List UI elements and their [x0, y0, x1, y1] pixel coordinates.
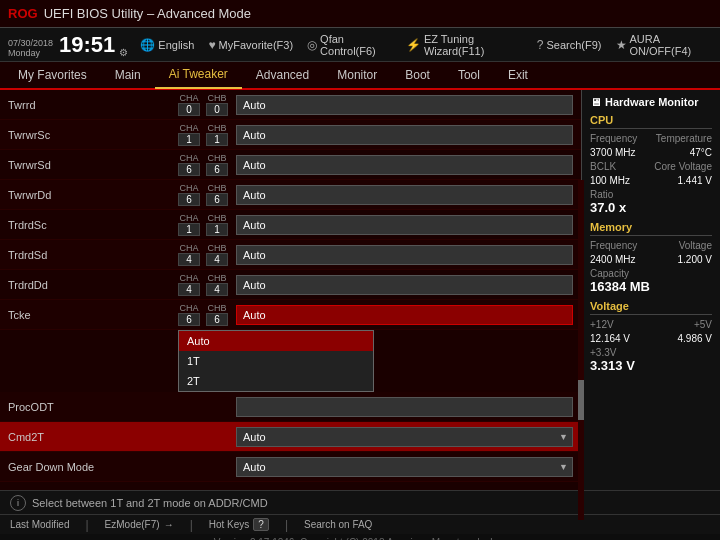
hw-bclk-row: BCLK Core Voltage: [590, 161, 712, 172]
row-value[interactable]: Auto: [236, 185, 573, 205]
row-channels: CHA4 CHB4: [178, 273, 228, 296]
row-label: TrdrdSd: [8, 249, 178, 261]
hw-v12-row: +12V +5V: [590, 319, 712, 330]
table-row[interactable]: TwrwrDd CHA6 CHB6 Auto: [0, 180, 581, 210]
settings-icon[interactable]: ⚙: [119, 47, 128, 58]
monitor-icon: 🖥: [590, 96, 601, 108]
tab-advanced[interactable]: Advanced: [242, 61, 323, 89]
row-channels: CHA6 CHB6: [178, 303, 228, 326]
search-faq-button[interactable]: Search on FAQ: [304, 519, 372, 530]
content-area: Twrrd CHA0 CHB0 Auto TwrwrSc CHA1 CHB1 A…: [0, 90, 582, 490]
table-row[interactable]: TwrwrSc CHA1 CHB1 Auto: [0, 120, 581, 150]
row-value[interactable]: Auto: [236, 155, 573, 175]
hw-mem-volt-label: Voltage: [679, 240, 712, 251]
table-row-cmd2t[interactable]: Cmd2T Auto: [0, 422, 581, 452]
tab-monitor[interactable]: Monitor: [323, 61, 391, 89]
title-bar: ROG UEFI BIOS Utility – Advanced Mode: [0, 0, 720, 28]
hw-v12-value: 12.164 V: [590, 333, 630, 344]
tab-ai-tweaker[interactable]: Ai Tweaker: [155, 61, 242, 89]
row-label: Tcke: [8, 309, 178, 321]
hw-ratio-value: 37.0 x: [590, 200, 712, 215]
aura-icon: ★: [616, 38, 627, 52]
row-label: TrdrdDd: [8, 279, 178, 291]
search-icon: ?: [537, 38, 544, 52]
hw-capacity-value: 16384 MB: [590, 279, 712, 294]
ezmode-button[interactable]: EzMode(F7) →: [105, 519, 174, 530]
heart-icon: ♥: [208, 38, 215, 52]
hw-mem-freq-label: Frequency: [590, 240, 637, 251]
tab-my-favorites[interactable]: My Favorites: [4, 61, 101, 89]
status-bar: i Select between 1T and 2T mode on ADDR/…: [0, 490, 720, 514]
dropdown-item-2t[interactable]: 2T: [179, 371, 373, 391]
tab-boot[interactable]: Boot: [391, 61, 444, 89]
ezmode-arrow-icon: →: [164, 519, 174, 530]
hw-mem-volt-value: 1.200 V: [678, 254, 712, 265]
row-label: TwrwrSc: [8, 129, 178, 141]
row-value-gear-down[interactable]: Auto: [236, 457, 573, 477]
tab-exit[interactable]: Exit: [494, 61, 542, 89]
row-channels: CHA1 CHB1: [178, 213, 228, 236]
row-value-tcke[interactable]: Auto: [236, 305, 573, 325]
row-channels: CHA4 CHB4: [178, 243, 228, 266]
row-label: TwrwrSd: [8, 159, 178, 171]
hw-corevolt-label: Core Voltage: [654, 161, 712, 172]
dropdown-container: Auto 1T 2T: [0, 330, 581, 392]
table-row[interactable]: TwrwrSd CHA6 CHB6 Auto: [0, 150, 581, 180]
hw-memory-section: Memory: [590, 221, 712, 236]
table-row[interactable]: Twrrd CHA0 CHB0 Auto: [0, 90, 581, 120]
hw-temp-value: 47°C: [690, 147, 712, 158]
row-value[interactable]: Auto: [236, 95, 573, 115]
language-icon: 🌐: [140, 38, 155, 52]
row-channels: CHA6 CHB6: [178, 153, 228, 176]
table-row-gear-down[interactable]: Gear Down Mode Auto: [0, 452, 581, 482]
copyright-text: Version 2.17.1246. Copyright (C) 2018 Am…: [214, 537, 506, 541]
table-row-tcke[interactable]: Tcke CHA6 CHB6 Auto: [0, 300, 581, 330]
row-label: Gear Down Mode: [8, 461, 178, 473]
row-value[interactable]: Auto: [236, 275, 573, 295]
table-row-procodt[interactable]: ProcODT: [0, 392, 581, 422]
info-bar-items: 🌐 English ♥ MyFavorite(F3) ◎ Qfan Contro…: [140, 33, 712, 57]
search-button[interactable]: ? Search(F9): [537, 38, 602, 52]
tab-main[interactable]: Main: [101, 61, 155, 89]
row-value-cmd2t[interactable]: Auto: [236, 427, 573, 447]
hw-v33-value: 3.313 V: [590, 358, 712, 373]
dropdown-item-auto[interactable]: Auto: [179, 331, 373, 351]
row-value[interactable]: Auto: [236, 215, 573, 235]
rog-logo: ROG: [8, 6, 38, 21]
hw-cpu-freq-row: Frequency Temperature: [590, 133, 712, 144]
aura-button[interactable]: ★ AURA ON/OFF(F4): [616, 33, 713, 57]
scrollbar-thumb[interactable]: [578, 380, 584, 420]
eztuning-button[interactable]: ⚡ EZ Tuning Wizard(F11): [406, 33, 523, 57]
dropdown-item-1t[interactable]: 1T: [179, 351, 373, 371]
hw-voltage-section: Voltage: [590, 300, 712, 315]
hw-freq-value: 3700 MHz: [590, 147, 636, 158]
table-row[interactable]: TrdrdSc CHA1 CHB1 Auto: [0, 210, 581, 240]
hw-bclk-vals: 100 MHz 1.441 V: [590, 175, 712, 186]
row-channels: CHA0 CHB0: [178, 93, 228, 116]
tab-tool[interactable]: Tool: [444, 61, 494, 89]
fan-icon: ◎: [307, 38, 317, 52]
language-selector[interactable]: 🌐 English: [140, 38, 194, 52]
hw-v5-label: +5V: [694, 319, 712, 330]
nav-bar: My Favorites Main Ai Tweaker Advanced Mo…: [0, 62, 720, 90]
table-row[interactable]: TrdrdSd CHA4 CHB4 Auto: [0, 240, 581, 270]
row-label: TrdrdSc: [8, 219, 178, 231]
row-value[interactable]: Auto: [236, 125, 573, 145]
hw-temp-label: Temperature: [656, 133, 712, 144]
hw-mem-freq-row: Frequency Voltage: [590, 240, 712, 251]
myfavorites-button[interactable]: ♥ MyFavorite(F3): [208, 38, 293, 52]
row-value[interactable]: Auto: [236, 245, 573, 265]
hw-v5-value: 4.986 V: [678, 333, 712, 344]
hotkeys-key: ?: [253, 518, 269, 531]
hw-v33-label: +3.3V: [590, 347, 712, 358]
qfan-button[interactable]: ◎ Qfan Control(F6): [307, 33, 392, 57]
row-channels: CHA1 CHB1: [178, 123, 228, 146]
hotkeys-item[interactable]: Hot Keys ?: [209, 518, 269, 531]
table-row[interactable]: TrdrdDd CHA4 CHB4 Auto: [0, 270, 581, 300]
row-label: ProcODT: [8, 401, 178, 413]
main-area: Twrrd CHA0 CHB0 Auto TwrwrSc CHA1 CHB1 A…: [0, 90, 720, 490]
info-icon: i: [10, 495, 26, 511]
scrollbar-track[interactable]: [578, 180, 584, 520]
row-channels: CHA6 CHB6: [178, 183, 228, 206]
row-value[interactable]: [236, 397, 573, 417]
